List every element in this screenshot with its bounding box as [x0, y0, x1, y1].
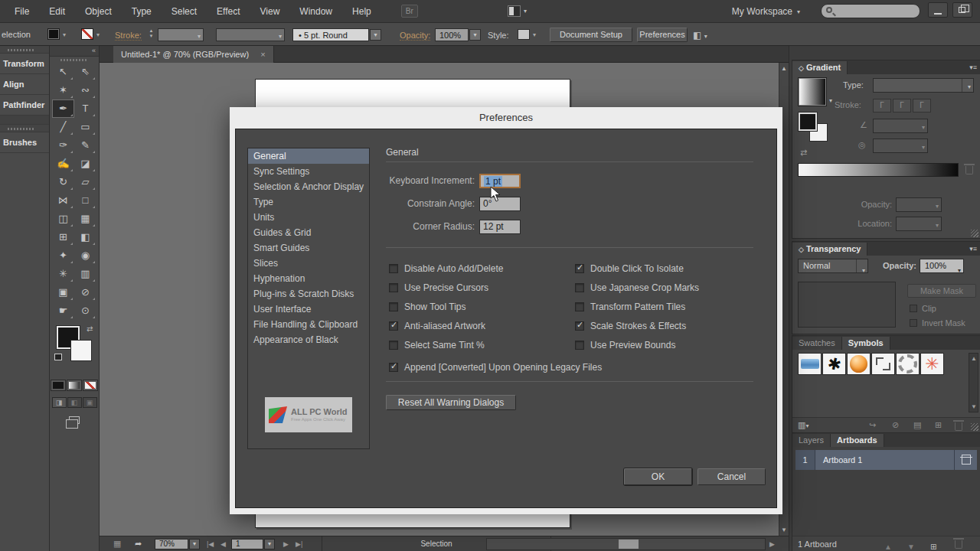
- gradient-angle-dropdown[interactable]: ▾: [873, 119, 928, 133]
- reverse-gradient-icon[interactable]: ⇄: [800, 148, 807, 158]
- menu-item[interactable]: File: [5, 0, 39, 23]
- place-symbol-instance-icon[interactable]: ↪: [869, 420, 876, 430]
- menu-item[interactable]: Object: [75, 0, 122, 23]
- category-item[interactable]: Slices: [248, 256, 369, 271]
- first-artboard-icon[interactable]: |◀: [207, 540, 214, 548]
- checkbox[interactable]: Use Preview Bounds: [575, 335, 699, 354]
- text-field[interactable]: 12 pt: [479, 220, 521, 234]
- arrange-documents-icon[interactable]: ▾: [508, 5, 527, 17]
- delete-symbol-icon[interactable]: [955, 422, 962, 431]
- tools-panel-grip[interactable]: [50, 57, 99, 63]
- shape-builder-tool[interactable]: ◫: [52, 210, 74, 228]
- gradient-thumbnail[interactable]: [798, 77, 827, 106]
- zoom-level-field[interactable]: 70%: [155, 539, 188, 549]
- checkbox[interactable]: Select Same Tint %: [389, 335, 503, 354]
- menu-item[interactable]: Help: [342, 0, 381, 23]
- panel-tab[interactable]: Symbols: [842, 337, 890, 350]
- invert-mask-checkbox[interactable]: Invert Mask: [910, 318, 965, 328]
- style-swatch[interactable]: [518, 29, 530, 40]
- dock-group-grip[interactable]: [0, 125, 49, 132]
- move-down-icon[interactable]: ▼: [907, 540, 915, 551]
- scroll-down-icon[interactable]: ▼: [971, 403, 977, 410]
- flower-symbol[interactable]: [920, 353, 944, 375]
- menu-item[interactable]: Effect: [207, 0, 250, 23]
- stroke-along-icon[interactable]: Г: [893, 99, 911, 112]
- mesh-tool[interactable]: ⊞: [52, 228, 74, 246]
- ink-splat-symbol[interactable]: [822, 353, 846, 375]
- category-item[interactable]: Smart Guides: [248, 240, 369, 256]
- symbol-libraries-icon[interactable]: ▥▾: [798, 420, 808, 430]
- width-tool[interactable]: ⋈: [52, 191, 74, 210]
- break-link-icon[interactable]: ⊘: [892, 420, 899, 430]
- rotate-tool[interactable]: ↻: [52, 173, 74, 191]
- default-fill-stroke-icon[interactable]: [54, 354, 62, 360]
- none-button[interactable]: [83, 380, 98, 391]
- gradient-tool[interactable]: ◧: [74, 228, 96, 246]
- chevron-down-icon[interactable]: ▾: [533, 31, 536, 38]
- chevron-down-icon[interactable]: ▾: [96, 31, 100, 38]
- panel-tab[interactable]: Artboards: [831, 434, 884, 447]
- collapsed-panel-tab[interactable]: Transform: [0, 54, 49, 74]
- stop-opacity-dropdown[interactable]: ▾: [896, 197, 942, 212]
- minimize-button[interactable]: [928, 2, 948, 18]
- cancel-button[interactable]: Cancel: [697, 468, 766, 485]
- category-item[interactable]: Sync Settings: [248, 164, 369, 179]
- opacity-dropdown[interactable]: 100%▾: [435, 28, 469, 41]
- align-objects-icon[interactable]: ◧ ▾: [693, 30, 707, 41]
- symbol-options-icon[interactable]: ▤: [913, 420, 921, 430]
- panel-resize-grip[interactable]: [971, 230, 978, 237]
- stroke-weight-stepper[interactable]: ▲▼: [147, 29, 155, 40]
- stroke-panel-link[interactable]: Stroke:: [115, 31, 142, 41]
- checkbox[interactable]: Disable Auto Add/Delete: [389, 259, 503, 278]
- collapsed-panel-tab[interactable]: Align: [0, 74, 49, 95]
- selection-tool[interactable]: ↖: [52, 63, 74, 81]
- checkbox[interactable]: Scale Strokes & Effects: [575, 316, 699, 335]
- fill-color-swatch[interactable]: [47, 28, 60, 40]
- new-artboard-icon[interactable]: ⊞: [930, 540, 936, 551]
- checkbox[interactable]: Use Precise Cursors: [389, 278, 503, 297]
- category-item[interactable]: Guides & Grid: [248, 225, 369, 240]
- gradient-type-dropdown[interactable]: ▾: [873, 78, 974, 93]
- screen-mode-button[interactable]: [66, 416, 83, 428]
- ok-button[interactable]: OK: [624, 468, 692, 485]
- variable-width-profile-dropdown[interactable]: ▾: [216, 28, 285, 41]
- pen-tool[interactable]: ✒: [52, 99, 74, 118]
- zoom-dropdown-icon[interactable]: ▾: [189, 539, 200, 549]
- draw-behind-button[interactable]: ◧: [67, 397, 82, 408]
- checkbox[interactable]: Append [Converted] Upon Opening Legacy F…: [389, 357, 602, 377]
- pencil-tool[interactable]: ✎: [74, 136, 96, 155]
- horizontal-scroll-thumb[interactable]: [619, 540, 639, 549]
- scroll-right-icon[interactable]: ▶: [769, 540, 775, 548]
- horizontal-scrollbar[interactable]: [486, 538, 766, 550]
- make-mask-button[interactable]: Make Mask: [907, 284, 976, 298]
- lasso-tool[interactable]: ∾: [74, 81, 96, 99]
- restore-button[interactable]: [952, 2, 972, 18]
- blend-mode-dropdown[interactable]: Normal▾: [798, 259, 868, 273]
- artboard-dropdown-icon[interactable]: ▾: [264, 539, 275, 549]
- artboard-navigation-field[interactable]: 1: [231, 539, 263, 549]
- Artboard 1[interactable]: 1 Artboard 1: [795, 450, 977, 470]
- menu-item[interactable]: Type: [122, 0, 162, 23]
- category-item[interactable]: Appearance of Black: [248, 332, 369, 347]
- scroll-up-icon[interactable]: ▲: [781, 65, 787, 72]
- gradient-fill-swatch[interactable]: [799, 112, 817, 131]
- document-setup-button[interactable]: Document Setup: [550, 28, 632, 42]
- line-segment-tool[interactable]: ╱: [52, 118, 74, 136]
- next-artboard-icon[interactable]: ▶: [283, 540, 289, 548]
- orb-symbol[interactable]: [847, 353, 871, 375]
- clip-checkbox[interactable]: Clip: [910, 304, 936, 313]
- swap-fill-stroke-icon[interactable]: ⇄: [87, 324, 93, 333]
- checkbox[interactable]: Show Tool Tips: [389, 297, 503, 316]
- category-item[interactable]: Hyphenation: [248, 271, 369, 286]
- category-item[interactable]: User Interface: [248, 302, 369, 317]
- panel-resize-grip[interactable]: [971, 423, 978, 431]
- gradient-button[interactable]: [67, 380, 82, 391]
- move-up-icon[interactable]: ▲: [884, 540, 892, 551]
- stroke-weight-dropdown[interactable]: ▾: [158, 28, 204, 41]
- scale-tool[interactable]: ▱: [74, 173, 96, 191]
- menu-item[interactable]: Window: [289, 0, 342, 23]
- category-item[interactable]: File Handling & Clipboard: [248, 317, 369, 332]
- reset-warnings-button[interactable]: Reset All Warning Dialogs: [386, 395, 516, 410]
- free-transform-tool[interactable]: □: [74, 191, 96, 210]
- category-item[interactable]: Type: [248, 194, 369, 210]
